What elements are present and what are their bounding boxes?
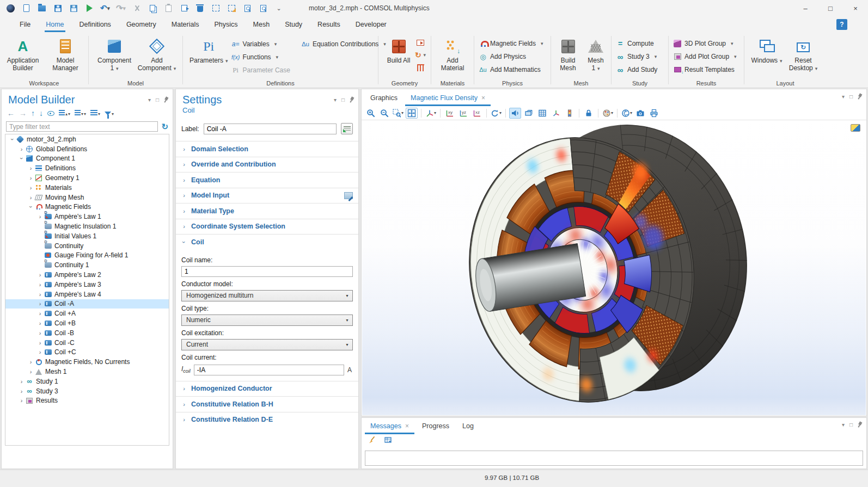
float-panel-icon[interactable]: □: [341, 97, 345, 103]
find-icon[interactable]: [241, 2, 253, 14]
close-tab-icon[interactable]: ×: [481, 94, 485, 102]
tree-item-amperes-law-2[interactable]: ›Ampère's Law 2: [5, 270, 169, 280]
copy-icon[interactable]: [146, 2, 158, 14]
tree-item-coil-plus-a[interactable]: ›Coil +A: [5, 309, 169, 318]
rebuild-icon[interactable]: ↻: [415, 50, 426, 60]
chevron-icon[interactable]: ›: [36, 291, 44, 298]
chevron-icon[interactable]: ›: [27, 184, 34, 191]
view-xz-icon[interactable]: xz: [471, 108, 483, 119]
section-material-type[interactable]: ›Material Type: [176, 203, 358, 219]
clear-messages-icon[interactable]: [366, 435, 378, 446]
minimize-button[interactable]: –: [793, 0, 818, 16]
color-legend-icon[interactable]: [564, 108, 576, 119]
chevron-icon[interactable]: ›: [36, 349, 44, 355]
axes-icon[interactable]: [550, 108, 562, 119]
rotate-icon[interactable]: ▾: [490, 108, 502, 119]
add-study-button[interactable]: ∞ Add Study: [614, 64, 666, 75]
tree-item-component-1[interactable]: ›Component 1: [5, 154, 169, 164]
tree-item-magnetic-insulation-1[interactable]: Magnetic Insulation 1: [5, 221, 169, 231]
section-coil[interactable]: ›Coil: [176, 234, 358, 250]
show-icon[interactable]: [47, 109, 54, 117]
chevron-icon[interactable]: ›: [18, 146, 25, 152]
zoom-out-icon[interactable]: [378, 108, 390, 119]
tree-item-continuity-1[interactable]: Continuity 1: [5, 260, 169, 270]
functions-button[interactable]: f(x) Functions: [229, 52, 292, 63]
tree-item-coil-plus-c[interactable]: ›Coil +C: [5, 348, 169, 357]
equation-contributions-button[interactable]: Δu Equation Contributions: [299, 39, 388, 50]
move-up-icon[interactable]: ↑: [31, 109, 35, 117]
label-input[interactable]: [204, 124, 337, 134]
tree-item-coil-minus-a[interactable]: ›Coil -A: [5, 299, 169, 309]
chevron-icon[interactable]: ›: [36, 300, 44, 307]
close-tab-icon[interactable]: ×: [405, 422, 409, 430]
add-plot-group-button[interactable]: Add Plot Group: [671, 51, 742, 62]
panel-menu-icon[interactable]: ▾: [842, 422, 845, 428]
menu-tab-physics[interactable]: Physics: [206, 16, 245, 33]
appearance-icon[interactable]: ▾: [602, 108, 614, 119]
tree-item-mesh-1[interactable]: ›Mesh 1: [5, 367, 169, 377]
float-panel-icon[interactable]: □: [849, 422, 853, 428]
component-1-button[interactable]: Component 1: [94, 35, 135, 78]
reset-desktop-button[interactable]: ↻ Reset Desktop: [785, 35, 821, 78]
close-button[interactable]: ×: [843, 0, 868, 16]
tree-item-materials[interactable]: ›Materials: [5, 183, 169, 193]
tab-graphics[interactable]: Graphics: [364, 89, 404, 106]
transparency-icon[interactable]: [509, 108, 521, 119]
filter-input[interactable]: [6, 121, 158, 132]
tree-item-gauge-fixing[interactable]: Gauge Fixing for A-field 1: [5, 251, 169, 261]
delete-icon[interactable]: [194, 2, 206, 14]
lock-axes-icon[interactable]: [583, 108, 595, 119]
section-homogenized-conductor[interactable]: ›Homogenized Conductor: [176, 381, 358, 397]
open-file-icon[interactable]: [36, 2, 48, 14]
menu-tab-results[interactable]: Results: [310, 16, 348, 33]
run-icon[interactable]: [83, 2, 95, 14]
parameter-case-button[interactable]: Pi Parameter Case: [229, 65, 292, 76]
chevron-icon[interactable]: ›: [19, 155, 25, 162]
menu-tab-geometry[interactable]: Geometry: [119, 16, 164, 33]
tab-magnetic-flux-density[interactable]: Magnetic Flux Density ×: [404, 89, 492, 106]
section-equation[interactable]: ›Equation: [176, 172, 358, 188]
add-component-button[interactable]: Add Component: [136, 35, 178, 78]
chevron-icon[interactable]: ›: [18, 378, 25, 385]
view-xy-icon[interactable]: xy: [444, 108, 456, 119]
tree-item-coil-plus-b[interactable]: ›Coil +B: [5, 318, 169, 328]
cut-icon[interactable]: [131, 2, 143, 14]
chevron-icon[interactable]: ›: [27, 165, 34, 171]
add-mathematics-button[interactable]: Δu Add Mathematics: [476, 64, 548, 75]
build-all-button[interactable]: Build All: [383, 35, 414, 78]
tree-item-results[interactable]: ›Results: [5, 396, 169, 406]
panel-menu-icon[interactable]: ▾: [842, 94, 845, 100]
tree-item-amperes-law-4[interactable]: ›Ampère's Law 4: [5, 289, 169, 299]
tree-item-magnetic-fields-no-currents[interactable]: ›Magnetic Fields, No Currents: [5, 357, 169, 367]
save-search-icon[interactable]: [68, 2, 80, 14]
tree-item-definitions[interactable]: ›Definitions: [5, 163, 169, 173]
build-mesh-button[interactable]: Build Mesh: [554, 35, 582, 78]
result-templates-button[interactable]: Result Templates: [671, 64, 742, 75]
tab-progress[interactable]: Progress: [415, 418, 456, 434]
zoom-extents-icon[interactable]: [406, 108, 418, 119]
magnetic-fields-button[interactable]: Magnetic Fields: [476, 38, 548, 49]
tab-log[interactable]: Log: [456, 418, 480, 434]
new-file-icon[interactable]: [20, 2, 32, 14]
pin-icon[interactable]: [857, 421, 863, 429]
section-constitutive-bh[interactable]: ›Constitutive Relation B-H: [176, 396, 358, 412]
import-geometry-icon[interactable]: [415, 37, 426, 48]
tree-item-global-definitions[interactable]: ›Global Definitions: [5, 144, 169, 154]
section-override-contribution[interactable]: ›Override and Contribution: [176, 157, 358, 172]
partition-icon[interactable]: [415, 62, 426, 73]
study-3-button[interactable]: ∞ Study 3: [614, 51, 666, 62]
add-physics-button[interactable]: ◎ Add Physics: [476, 51, 548, 62]
menu-tab-definitions[interactable]: Definitions: [72, 16, 119, 33]
environment-icon[interactable]: ▾: [621, 108, 633, 119]
chevron-icon[interactable]: ›: [27, 368, 34, 375]
application-builder-button[interactable]: A Application Builder: [2, 35, 44, 78]
chevron-icon[interactable]: ›: [27, 359, 34, 365]
menu-tab-home[interactable]: Home: [38, 16, 71, 33]
coil-type-select[interactable]: Numeric: [181, 315, 353, 326]
more-commands-icon[interactable]: ⌄: [273, 2, 285, 14]
default-view-icon[interactable]: ▾: [425, 108, 437, 119]
add-material-button[interactable]: Add Material: [435, 35, 470, 78]
view-yz-icon[interactable]: yz: [457, 108, 469, 119]
panel-menu-icon[interactable]: ▾: [334, 97, 337, 103]
brush-select-icon[interactable]: [225, 2, 237, 14]
